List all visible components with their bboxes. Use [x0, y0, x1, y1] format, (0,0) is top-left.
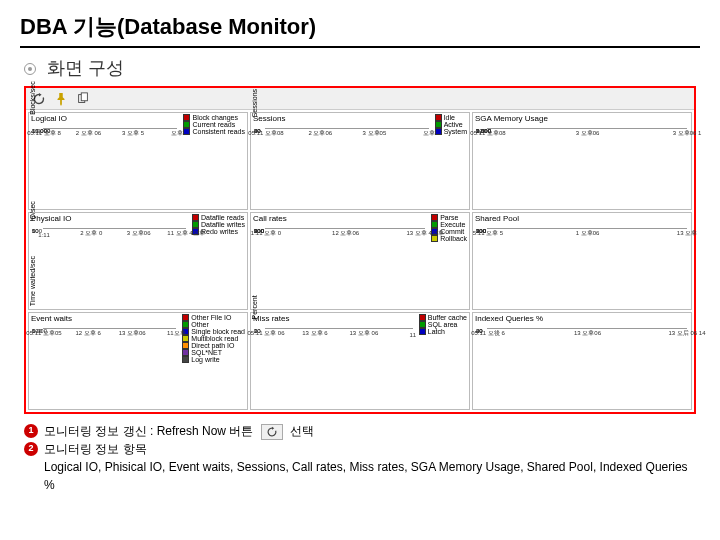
legend-item: SQL area	[419, 321, 467, 328]
legend: Other File IOOtherSingle block readMulti…	[180, 313, 247, 364]
legend-swatch	[183, 121, 190, 128]
legend-swatch	[182, 356, 189, 363]
panel-title: Sessions	[251, 113, 433, 124]
x-tick: 13 오후06	[119, 329, 146, 338]
plot: IO/sec1005001:112 오후 03 오후0611 오후 4오후	[43, 228, 186, 229]
chart-panel: Call rates50040030020010001:11 오후 012 오후…	[250, 212, 470, 310]
x-tick: 13 오후 06	[350, 329, 379, 338]
legend-item: Block changes	[183, 114, 245, 121]
x-tick: 05:11 오후08	[248, 129, 283, 138]
legend-label: Log write	[191, 356, 219, 363]
panel-title: Physical IO	[29, 213, 190, 224]
chart-grid: Logical IOBlocks/sec15,00010,0005,00005:…	[26, 110, 694, 412]
plot: 60402005:11 오後 613 오후0613 오后 06 14	[487, 328, 687, 329]
legend-swatch	[182, 314, 189, 321]
pin-icon[interactable]	[54, 92, 68, 106]
legend-label: Latch	[428, 328, 445, 335]
legend-swatch	[183, 128, 190, 135]
legend-item: Execute	[431, 221, 467, 228]
footnote-1-pre: 모니터링 정보 갱신 : Refresh Now 버튼	[44, 424, 253, 438]
x-tick: 11오후	[167, 329, 186, 338]
y-axis-label: Percent	[251, 295, 258, 319]
legend-label: SQL area	[428, 321, 458, 328]
x-tick: 3 오후06	[127, 229, 151, 238]
legend-label: Datafile reads	[201, 214, 244, 221]
legend-label: Datafile writes	[201, 221, 245, 228]
legend-label: Buffer cache	[428, 314, 467, 321]
toolbar	[26, 88, 694, 110]
y-axis-label: Blocks/sec	[29, 81, 36, 114]
panel-title: Event waits	[29, 313, 180, 324]
legend-label: Single block read	[191, 328, 245, 335]
panel-title: Call rates	[251, 213, 429, 224]
legend-swatch	[435, 128, 442, 135]
footnote-2-pre: 모니터링 정보 항목	[44, 442, 147, 456]
monitor-window: Logical IOBlocks/sec15,00010,0005,00005:…	[24, 86, 696, 414]
plot: Percent2010005:11 오후 0613 오후 613 오후 0611	[265, 328, 413, 329]
legend-swatch	[435, 121, 442, 128]
legend-item: Datafile writes	[192, 221, 245, 228]
legend-label: SQL*NET	[191, 349, 222, 356]
chart-panel: Physical IOIO/sec1005001:112 오후 03 오후061…	[28, 212, 248, 310]
legend-swatch	[419, 328, 426, 335]
x-tick: 12 오후06	[332, 229, 359, 238]
x-tick: 13 오후 6	[302, 329, 327, 338]
legend-swatch	[182, 349, 189, 356]
panel-title: SGA Memory Usage	[473, 113, 691, 124]
legend-item: Latch	[419, 328, 467, 335]
legend-swatch	[192, 221, 199, 228]
x-tick: 오후	[171, 129, 183, 138]
x-tick: 12 오후 6	[75, 329, 100, 338]
legend-label: Parse	[440, 214, 458, 221]
legend-swatch	[419, 314, 426, 321]
legend-item: Buffer cache	[419, 314, 467, 321]
x-tick: 05:11 오후08	[470, 129, 505, 138]
legend-item: System	[435, 128, 467, 135]
legend-item: SQL*NET	[182, 349, 245, 356]
legend-label: Active	[444, 121, 463, 128]
x-tick: 2 오후 06	[76, 129, 101, 138]
page-title: DBA 기능(Database Monitor)	[20, 12, 700, 48]
legend: Buffer cacheSQL areaLatch	[417, 313, 469, 341]
legend-swatch	[183, 114, 190, 121]
x-tick: 13 오后 06 14	[668, 329, 705, 338]
y-axis-label: IO/sec	[29, 201, 36, 221]
x-tick: 1:11 오후 0	[251, 229, 281, 238]
chart-panel: Logical IOBlocks/sec15,00010,0005,00005:…	[28, 112, 248, 210]
legend-item: Active	[435, 121, 467, 128]
x-tick: 05:11 오후 8	[27, 129, 61, 138]
x-tick: 3 오후05	[363, 129, 387, 138]
legend-label: Other File IO	[191, 314, 231, 321]
plot: Time waited/sec1,000500005:11 오후0512 오후 …	[43, 328, 176, 329]
legend-label: Consistent reads	[192, 128, 245, 135]
refresh-icon	[261, 424, 283, 440]
legend-label: Redo writes	[201, 228, 238, 235]
section-header: 화면 구성	[24, 56, 700, 80]
footnotes: 1 모니터링 정보 갱신 : Refresh Now 버튼 선택 2 모니터링 …	[24, 422, 696, 494]
legend-label: Execute	[440, 221, 465, 228]
x-tick: 11 오후 4오후	[167, 229, 204, 238]
legend-item: Other	[182, 321, 245, 328]
badge-1: 1	[24, 424, 38, 438]
plot: 3,0002,5002,0001,5001,000500005:11 오후083…	[487, 128, 687, 129]
legend: Block changesCurrent readsConsistent rea…	[181, 113, 247, 141]
svg-rect-1	[81, 92, 87, 100]
y-axis-label: Sessions	[251, 89, 258, 117]
legend-item: Datafile reads	[192, 214, 245, 221]
bullet-icon	[24, 63, 36, 75]
legend-item: Current reads	[183, 121, 245, 128]
legend-label: Direct path IO	[191, 342, 234, 349]
legend: IdleActiveSystem	[433, 113, 469, 141]
legend-label: Idle	[444, 114, 455, 121]
copy-icon[interactable]	[76, 92, 90, 106]
x-tick: 1 오후06	[576, 229, 600, 238]
x-tick: 05:11 오후 06	[247, 329, 284, 338]
x-tick: 3 오후06 1	[673, 129, 702, 138]
legend-item: Log write	[182, 356, 245, 363]
x-tick: 3 오후 5	[122, 129, 144, 138]
panel-title: Logical IO	[29, 113, 181, 124]
legend-label: Current reads	[192, 121, 235, 128]
legend-item: Parse	[431, 214, 467, 221]
legend-label: Multiblock read	[191, 335, 238, 342]
chart-panel: Indexed Queries %60402005:11 오後 613 오후06…	[472, 312, 692, 410]
